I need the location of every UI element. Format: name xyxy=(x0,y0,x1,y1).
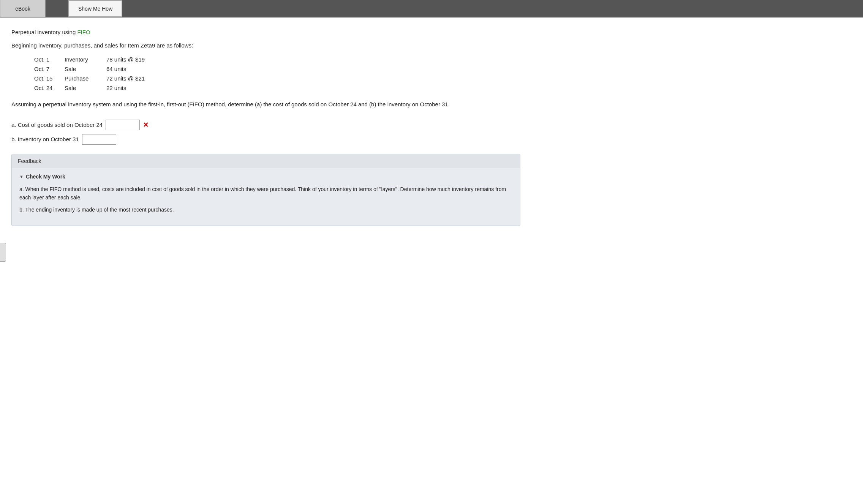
feedback-text-a: a. When the FIFO method is used, costs a… xyxy=(19,185,512,202)
inventory-row-1: Oct. 1 Inventory 78 units @ $19 xyxy=(34,56,520,63)
feedback-text-b: b. The ending inventory is made up of th… xyxy=(19,205,512,214)
inv-detail-3: 72 units @ $21 xyxy=(106,75,145,82)
inv-date-3: Oct. 15 xyxy=(34,75,65,82)
answer-row-a: a. Cost of goods sold on October 24 ✕ xyxy=(11,120,520,130)
inventory-row-3: Oct. 15 Purchase 72 units @ $21 xyxy=(34,75,520,82)
feedback-body: ▼ Check My Work a. When the FIFO method … xyxy=(12,168,520,226)
feedback-header: Feedback xyxy=(12,154,520,168)
answer-a-input[interactable] xyxy=(106,120,140,130)
inv-detail-4: 22 units xyxy=(106,85,126,91)
intro-text: Beginning inventory, purchases, and sale… xyxy=(11,42,520,49)
ebook-button[interactable]: eBook xyxy=(0,0,46,17)
check-my-work-label: Check My Work xyxy=(26,174,65,180)
page-title: Perpetual inventory using FIFO xyxy=(11,29,520,35)
inventory-table: Oct. 1 Inventory 78 units @ $19 Oct. 7 S… xyxy=(34,56,520,91)
answer-b-input[interactable] xyxy=(82,134,116,145)
feedback-section: Feedback ▼ Check My Work a. When the FIF… xyxy=(11,154,520,226)
main-content: Perpetual inventory using FIFO Beginning… xyxy=(0,17,532,237)
chevron-down-icon: ▼ xyxy=(19,174,24,179)
inv-type-4: Sale xyxy=(65,85,106,91)
inv-type-2: Sale xyxy=(65,66,106,72)
inventory-row-4: Oct. 24 Sale 22 units xyxy=(34,85,520,91)
answer-row-b: b. Inventory on October 31 xyxy=(11,134,520,145)
toolbar: eBook Show Me How xyxy=(0,0,863,17)
inv-detail-2: 64 units xyxy=(106,66,126,72)
error-icon-a: ✕ xyxy=(143,121,149,129)
answer-b-label: b. Inventory on October 31 xyxy=(11,136,79,142)
page-title-prefix: Perpetual inventory using xyxy=(11,29,77,35)
inv-date-4: Oct. 24 xyxy=(34,85,65,91)
toolbar-spacer-1 xyxy=(46,0,68,17)
inv-detail-1: 78 units @ $19 xyxy=(106,56,145,63)
toolbar-spacer-2 xyxy=(122,0,145,17)
answer-section: a. Cost of goods sold on October 24 ✕ b.… xyxy=(11,120,520,145)
fifo-highlight: FIFO xyxy=(77,29,90,35)
question-text: Assuming a perpetual inventory system an… xyxy=(11,100,520,109)
inv-type-3: Purchase xyxy=(65,75,106,82)
inventory-row-2: Oct. 7 Sale 64 units xyxy=(34,66,520,72)
inv-type-1: Inventory xyxy=(65,56,106,63)
inv-date-1: Oct. 1 xyxy=(34,56,65,63)
show-me-how-button[interactable]: Show Me How xyxy=(68,0,122,17)
inv-date-2: Oct. 7 xyxy=(34,66,65,72)
answer-a-label: a. Cost of goods sold on October 24 xyxy=(11,122,103,128)
check-my-work-toggle[interactable]: ▼ Check My Work xyxy=(19,174,512,180)
